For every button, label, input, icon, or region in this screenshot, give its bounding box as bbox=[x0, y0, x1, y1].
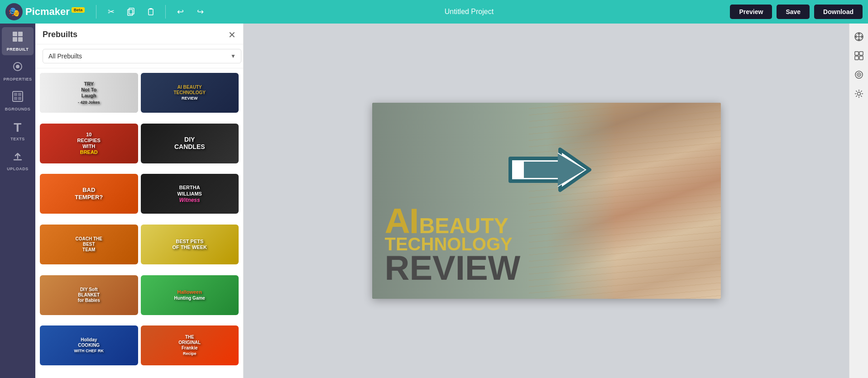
icon-sidebar: PREBUILT PROPERTIES BGROUND bbox=[0, 24, 35, 378]
logo-text-area: Picmaker Beta bbox=[25, 7, 85, 17]
svg-point-28 bbox=[858, 74, 859, 76]
list-item[interactable]: HalloweenHunting Game bbox=[141, 275, 239, 315]
prebuilt-item-label: BEST PETSOF THE WEEK bbox=[145, 239, 234, 250]
redo-button[interactable]: ↪ bbox=[192, 4, 208, 19]
prebuilts-title: Prebuilts bbox=[43, 30, 77, 39]
svg-rect-22 bbox=[855, 52, 858, 55]
sidebar-item-prebuilt[interactable]: PREBUILT bbox=[2, 27, 34, 55]
svg-rect-23 bbox=[859, 52, 863, 55]
download-button[interactable]: Download bbox=[814, 5, 863, 19]
svg-rect-7 bbox=[18, 37, 23, 42]
logo-text: Picmaker bbox=[25, 7, 70, 17]
svg-rect-13 bbox=[14, 97, 17, 100]
sidebar-item-texts[interactable]: T TEXTS bbox=[2, 117, 34, 145]
list-item[interactable]: BERTHAWILLIAMSWitness bbox=[141, 174, 239, 214]
list-item[interactable]: TRYNot ToLaugh- 420 Jokes bbox=[40, 73, 138, 113]
svg-rect-24 bbox=[855, 56, 858, 60]
list-item[interactable]: AI BEAUTYTECHNOLOGYREVIEW bbox=[141, 73, 239, 113]
list-item[interactable]: 10RECIPIESWITHBREAD bbox=[40, 124, 138, 163]
list-item[interactable]: BEST PETSOF THE WEEK bbox=[141, 225, 239, 264]
properties-icon bbox=[12, 61, 24, 75]
prebuilt-item-label: 10RECIPIESWITHBREAD bbox=[45, 131, 133, 155]
sidebar-item-uploads[interactable]: UPLOADS bbox=[2, 147, 34, 175]
svg-rect-12 bbox=[18, 93, 21, 96]
list-item[interactable]: BADTEMPER? bbox=[40, 174, 138, 214]
logo-area: 🎭 Picmaker Beta bbox=[5, 3, 85, 20]
bgrounds-icon bbox=[12, 91, 24, 105]
move-tool-button[interactable] bbox=[851, 29, 867, 44]
svg-rect-2 bbox=[149, 9, 153, 15]
list-item[interactable]: THEORIGINALFrankieRecipe bbox=[141, 325, 239, 365]
uploads-icon bbox=[12, 150, 24, 165]
svg-rect-3 bbox=[149, 8, 152, 10]
prebuilts-panel: Prebuilts ✕ All Prebuilts YouTube Thumbn… bbox=[35, 24, 244, 378]
list-item[interactable]: DIY SoftBLANKETfor Babies bbox=[40, 275, 138, 315]
grid-tool-button[interactable] bbox=[851, 48, 867, 63]
prebuilts-grid: TRYNot ToLaugh- 420 Jokes AI BEAUTYTECHN… bbox=[35, 68, 243, 378]
prebuilt-item-label: BADTEMPER? bbox=[45, 187, 133, 201]
prebuilt-item-label: TRYNot ToLaugh- 420 Jokes bbox=[45, 81, 133, 105]
review-text: REVIEW bbox=[385, 251, 521, 285]
filter-select[interactable]: All Prebuilts YouTube Thumbnails Banners… bbox=[43, 49, 241, 63]
prebuilt-item-label: THEORIGINALFrankieRecipe bbox=[145, 335, 234, 356]
project-title: Untitled Project bbox=[212, 8, 725, 16]
canvas-area[interactable]: AIBEAUTY TECHNOLOGY REVIEW bbox=[244, 24, 849, 378]
prebuilt-item-label: BERTHAWILLIAMSWitness bbox=[145, 185, 234, 203]
canvas[interactable]: AIBEAUTY TECHNOLOGY REVIEW bbox=[372, 103, 721, 299]
texts-icon: T bbox=[14, 120, 22, 135]
prebuilt-icon bbox=[12, 31, 24, 45]
svg-rect-6 bbox=[13, 37, 17, 42]
uploads-label: UPLOADS bbox=[7, 167, 29, 171]
texts-label: TEXTS bbox=[10, 137, 25, 141]
right-sidebar bbox=[849, 24, 868, 378]
paste-button[interactable] bbox=[143, 4, 158, 19]
sidebar-item-properties[interactable]: PROPERTIES bbox=[2, 57, 34, 85]
prebuilts-header: Prebuilts ✕ bbox=[35, 24, 243, 44]
cut-button[interactable]: ✂ bbox=[103, 4, 119, 19]
prebuilt-item-label: DIY SoftBLANKETfor Babies bbox=[45, 287, 133, 303]
prebuilts-close-button[interactable]: ✕ bbox=[228, 30, 236, 39]
header-divider-2 bbox=[165, 5, 166, 19]
svg-point-9 bbox=[16, 65, 19, 68]
svg-rect-25 bbox=[859, 56, 863, 60]
prebuilt-item-label: COACH THEBESTTEAM bbox=[45, 236, 133, 253]
prebuilt-item-label: DIYCANDLES bbox=[145, 136, 234, 151]
main-content: PREBUILT PROPERTIES BGROUND bbox=[0, 24, 868, 378]
settings-tool-button[interactable] bbox=[851, 86, 867, 101]
undo-button[interactable]: ↩ bbox=[173, 4, 188, 19]
prebuilt-item-label: AI BEAUTYTECHNOLOGYREVIEW bbox=[145, 85, 234, 101]
bgrounds-label: BGROUNDS bbox=[5, 107, 31, 111]
svg-rect-14 bbox=[18, 97, 21, 100]
svg-point-29 bbox=[857, 92, 860, 96]
svg-rect-4 bbox=[13, 32, 17, 36]
preview-button[interactable]: Preview bbox=[730, 5, 772, 19]
list-item[interactable]: DIYCANDLES bbox=[141, 124, 239, 163]
prebuilts-filter-area: All Prebuilts YouTube Thumbnails Banners… bbox=[35, 44, 243, 68]
logo-icon[interactable]: 🎭 bbox=[5, 3, 23, 20]
svg-rect-1 bbox=[129, 8, 134, 14]
beta-badge: Beta bbox=[72, 7, 85, 13]
prebuilt-item-label: HolidayCOOKINGWITH CHEF RK bbox=[45, 337, 133, 354]
svg-rect-11 bbox=[14, 93, 17, 96]
prebuilt-label: PREBUILT bbox=[7, 47, 29, 52]
list-item[interactable]: HolidayCOOKINGWITH CHEF RK bbox=[40, 325, 138, 365]
prebuilt-item-label: HalloweenHunting Game bbox=[145, 289, 234, 301]
header: 🎭 Picmaker Beta ✂ ↩ ↪ Untitled Project P… bbox=[0, 0, 868, 24]
list-item[interactable]: COACH THEBESTTEAM bbox=[40, 225, 138, 264]
svg-rect-5 bbox=[18, 32, 23, 36]
header-divider-1 bbox=[96, 5, 96, 19]
svg-rect-0 bbox=[128, 10, 133, 15]
save-button[interactable]: Save bbox=[777, 5, 810, 19]
sidebar-item-bgrounds[interactable]: BGROUNDS bbox=[2, 87, 34, 115]
arrow-shape bbox=[506, 143, 596, 199]
copy-button[interactable] bbox=[123, 4, 139, 19]
target-tool-button[interactable] bbox=[851, 67, 867, 82]
properties-label: PROPERTIES bbox=[4, 77, 32, 81]
